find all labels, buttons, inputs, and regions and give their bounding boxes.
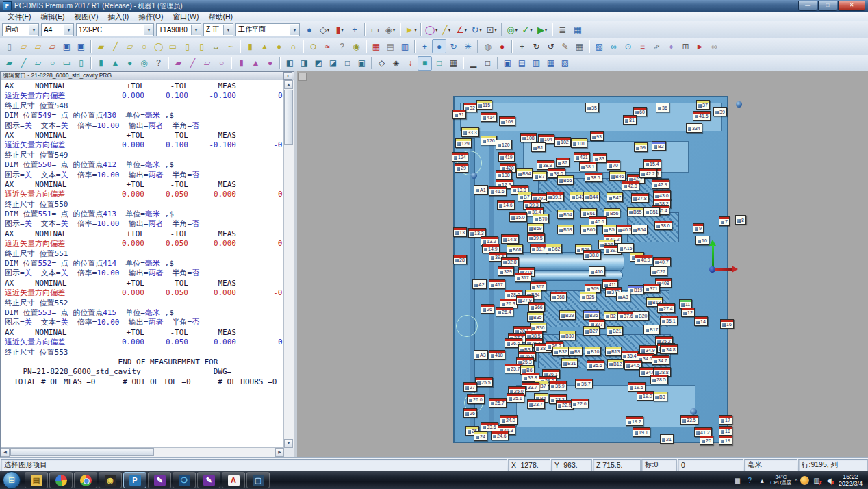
measurement-label-B94[interactable]: B94 bbox=[516, 168, 533, 178]
edit-grid-icon[interactable]: ▦ bbox=[572, 39, 587, 53]
iso-cube-icon[interactable]: ◇ bbox=[374, 56, 389, 71]
view-right-icon[interactable]: ◪ bbox=[326, 56, 340, 71]
measurement-label-22.6[interactable]: 22.6 bbox=[571, 399, 589, 408]
measurement-label-101[interactable]: 101 bbox=[571, 138, 587, 148]
taskbar-pen-app-1[interactable]: ✎ bbox=[148, 472, 171, 488]
measurement-label-B56[interactable]: B56 bbox=[604, 208, 620, 218]
help-feature-icon[interactable]: ? bbox=[335, 39, 349, 53]
measurement-label-B7[interactable]: B7 bbox=[533, 171, 547, 181]
measurement-label-B69[interactable]: B69 bbox=[527, 223, 544, 233]
measurement-label-371[interactable]: 371 bbox=[643, 284, 660, 293]
measurement-label-18[interactable]: 18 bbox=[719, 426, 732, 436]
menu-item-7[interactable]: 帮助(H) bbox=[203, 12, 238, 21]
measurement-label-17[interactable]: 17 bbox=[719, 415, 732, 425]
measurement-label-70[interactable]: 70 bbox=[607, 160, 620, 170]
measurement-label-35[interactable]: 35 bbox=[585, 103, 599, 112]
taskbar-browser-360[interactable] bbox=[49, 472, 73, 488]
measurement-label-37[interactable]: 37 bbox=[696, 100, 710, 110]
measurement-label-B29[interactable]: B29 bbox=[559, 310, 576, 320]
scroll-left-icon[interactable]: ◀ bbox=[1, 448, 10, 457]
measurement-label-24.6[interactable]: 24.6 bbox=[491, 431, 509, 440]
taskbar-pdf-reader[interactable]: A bbox=[222, 472, 245, 488]
keyboard-tray-icon[interactable]: ▦ bbox=[732, 475, 742, 485]
measurement-label-109[interactable]: 109 bbox=[499, 116, 515, 126]
guess-feature-icon[interactable]: ? bbox=[151, 56, 166, 71]
probe-touch-icon[interactable]: ↓ bbox=[403, 56, 418, 71]
measurement-label-34.7[interactable]: 34.7 bbox=[652, 355, 669, 365]
startup-combo-dropdown-icon[interactable]: ▼ bbox=[29, 25, 38, 35]
measurement-label-B1[interactable]: B1 bbox=[531, 142, 546, 152]
startup-combo[interactable]: 启动▼ bbox=[2, 23, 39, 36]
measurement-label-B12[interactable]: B12 bbox=[607, 359, 624, 368]
view-bottom-icon[interactable]: ▣ bbox=[355, 56, 369, 71]
rotate-2d-icon[interactable]: ↻ bbox=[529, 39, 544, 53]
measurement-label-B51[interactable]: B51 bbox=[643, 207, 660, 216]
menu-item-3[interactable]: 视图(V) bbox=[69, 12, 103, 21]
auto-surface-icon[interactable]: ∩ bbox=[286, 39, 301, 53]
auto-square-slot-icon[interactable]: ▯ bbox=[180, 39, 194, 53]
fit-view-icon[interactable]: + bbox=[347, 22, 362, 37]
con-plane-icon[interactable]: ▱ bbox=[200, 56, 214, 71]
measurement-label-20[interactable]: 20 bbox=[700, 436, 713, 445]
wire-globe-icon[interactable]: ◍ bbox=[481, 39, 495, 53]
measurement-label-19.0[interactable]: 19.0 bbox=[637, 391, 654, 401]
measurement-label-A1[interactable]: A1 bbox=[474, 185, 488, 195]
expand-tray-icon[interactable]: ▴ bbox=[757, 475, 767, 485]
measurement-label-B5[interactable]: B5 bbox=[602, 225, 617, 234]
hatch-sphere-icon[interactable]: ◉ bbox=[349, 39, 363, 53]
toolbar-options-icon[interactable]: ≣ bbox=[555, 22, 570, 37]
meas-cylinder-icon[interactable]: ▮ bbox=[94, 56, 108, 71]
measurement-label-366[interactable]: 366 bbox=[528, 302, 545, 312]
next-arrow-icon-dropdown[interactable]: ▾ bbox=[414, 27, 416, 32]
open-file-icon[interactable]: ▱ bbox=[16, 39, 31, 53]
measurement-label-35.6[interactable]: 35.6 bbox=[587, 360, 604, 370]
minimize-button[interactable]: — bbox=[798, 1, 817, 11]
copy-doc-icon[interactable]: ▤ bbox=[383, 39, 398, 53]
play-icon[interactable]: ▶▾ bbox=[535, 22, 550, 37]
measurement-label-12[interactable]: 12 bbox=[681, 308, 695, 317]
report-pane-icon[interactable]: ▦ bbox=[570, 22, 585, 37]
con-sphere-icon[interactable]: ● bbox=[263, 56, 277, 71]
measurement-label-410[interactable]: 410 bbox=[589, 266, 605, 276]
measurement-label-33.6[interactable]: 33.6 bbox=[481, 422, 498, 431]
measurement-label-B2[interactable]: B2 bbox=[652, 141, 666, 151]
measurement-label-B31[interactable]: B31 bbox=[561, 358, 578, 368]
measurement-label-368[interactable]: 368 bbox=[550, 292, 567, 301]
alignment-combo-dropdown-icon[interactable]: ▼ bbox=[223, 25, 233, 35]
measurement-label-19[interactable]: 19 bbox=[719, 436, 732, 445]
measurement-label-26[interactable]: 26 bbox=[463, 408, 477, 418]
auto-notch-icon[interactable]: ▯ bbox=[194, 39, 209, 53]
view-left-icon[interactable]: ◩ bbox=[311, 56, 326, 71]
measurement-label-39[interactable]: 39 bbox=[713, 107, 727, 116]
auto-width-icon[interactable]: ↔ bbox=[209, 39, 223, 53]
measurement-label-8[interactable]: 8 bbox=[735, 215, 746, 225]
measurement-label-40.9[interactable]: 40.9 bbox=[635, 255, 652, 264]
measurement-label-138[interactable]: 138 bbox=[496, 170, 512, 179]
measurement-label-39.7[interactable]: 39.7 bbox=[530, 244, 548, 253]
layers-blue-icon[interactable]: ▧ bbox=[592, 39, 607, 53]
con-line-icon[interactable]: ╱ bbox=[186, 56, 200, 71]
auto-ellipse-icon[interactable]: ◯ bbox=[151, 39, 166, 53]
horizontal-scroll-thumb[interactable] bbox=[10, 448, 154, 456]
slope-pencil-icon[interactable]: ╱▾ bbox=[439, 22, 454, 37]
gauge-icon[interactable]: ◯▾ bbox=[424, 22, 439, 37]
measurement-label-33.5[interactable]: 33.5 bbox=[680, 415, 698, 425]
report-view-1-icon[interactable]: ▤ bbox=[515, 56, 529, 71]
slope-pencil-icon-dropdown[interactable]: ▾ bbox=[448, 27, 450, 32]
measurement-label-23.7[interactable]: 23.7 bbox=[527, 399, 545, 409]
clearance-icon-dropdown[interactable]: ▾ bbox=[515, 27, 518, 32]
gray-cube-icon-dropdown[interactable]: ▾ bbox=[393, 27, 395, 32]
save-icon[interactable]: ▣ bbox=[60, 39, 74, 53]
measurement-label-28[interactable]: 28 bbox=[453, 255, 467, 264]
save-as-icon[interactable]: ▣ bbox=[74, 39, 88, 53]
measurement-label-B25[interactable]: B25 bbox=[580, 292, 596, 301]
measurement-label-B21[interactable]: B21 bbox=[607, 326, 623, 336]
taskbar-clock[interactable]: 16:222022/3/4 bbox=[839, 473, 863, 487]
probe-pin-icon[interactable]: ▮▾ bbox=[332, 22, 347, 37]
measurement-label-25.1[interactable]: 25.1 bbox=[507, 393, 524, 403]
measurement-label-126[interactable]: 126 bbox=[481, 136, 497, 145]
measurement-label-108[interactable]: 108 bbox=[520, 133, 537, 142]
check-mark-icon[interactable]: ✓▾ bbox=[520, 22, 535, 37]
measurement-label-19.1[interactable]: 19.1 bbox=[633, 427, 650, 437]
gauge-icon-dropdown[interactable]: ▾ bbox=[435, 27, 437, 32]
